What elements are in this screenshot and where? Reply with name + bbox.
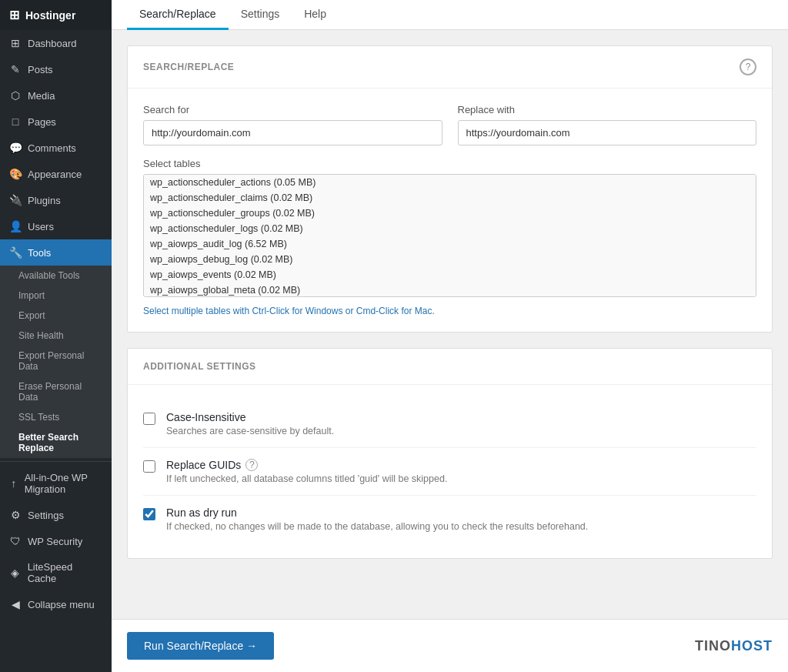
settings-row-case-insensitive: Case-Insensitive Searches are case-sensi…: [143, 400, 756, 448]
collapse-icon: ◀: [9, 598, 22, 610]
sidebar-item-settings[interactable]: ⚙ Settings: [0, 502, 112, 528]
sidebar-item-label: Plugins: [28, 195, 61, 206]
brand-logo: TINOHOST: [695, 638, 773, 654]
search-for-input[interactable]: [143, 120, 442, 145]
sidebar-item-label: Media: [28, 90, 55, 102]
tab-settings[interactable]: Settings: [229, 0, 292, 30]
litespeed-icon: ◈: [9, 567, 22, 579]
sidebar-item-label: Settings: [28, 510, 64, 521]
sidebar-item-pages[interactable]: □ Pages: [0, 109, 112, 135]
posts-icon: ✎: [9, 63, 22, 75]
settings-row-dry-run: Run as dry run If checked, no changes wi…: [143, 496, 756, 543]
sidebar-item-label: Users: [28, 221, 54, 232]
submenu-import[interactable]: Import: [0, 286, 112, 306]
sidebar-item-label: Comments: [28, 142, 76, 154]
brand-tino: TINO: [695, 638, 731, 654]
dry-run-title: Run as dry run: [166, 507, 588, 519]
tables-select[interactable]: wp_actionscheduler_actions (0.05 MB)wp_a…: [143, 174, 756, 297]
sidebar-item-media[interactable]: ⬡ Media: [0, 82, 112, 109]
replace-guids-desc: If left unchecked, all database columns …: [166, 473, 447, 484]
replace-guids-title: Replace GUIDs ?: [166, 459, 447, 471]
run-button-label: Run Search/Replace →: [144, 640, 257, 652]
sidebar-item-label: WP Security: [28, 536, 82, 547]
tools-submenu: Available Tools Import Export Site Healt…: [0, 266, 112, 458]
dry-run-desc: If checked, no changes will be made to t…: [166, 521, 588, 532]
case-insensitive-title: Case-Insensitive: [166, 411, 334, 423]
sidebar-item-collapse[interactable]: ◀ Collapse menu: [0, 591, 112, 617]
submenu-ssl-tests[interactable]: SSL Tests: [0, 407, 112, 427]
sidebar-brand[interactable]: ⊞ Hostinger: [0, 0, 112, 30]
sidebar-item-label: All-in-One WP Migration: [25, 472, 102, 495]
sidebar-item-comments[interactable]: 💬 Comments: [0, 135, 112, 161]
sidebar-item-appearance[interactable]: 🎨 Appearance: [0, 161, 112, 187]
additional-settings-card: ADDITIONAL SETTINGS Case-Insensitive Sea…: [127, 348, 773, 559]
sidebar-item-label: Tools: [28, 247, 51, 259]
case-insensitive-text: Case-Insensitive Searches are case-sensi…: [166, 411, 334, 436]
sidebar-item-label: Pages: [28, 116, 56, 128]
settings-row-replace-guids: Replace GUIDs ? If left unchecked, all d…: [143, 448, 756, 496]
replace-with-group: Replace with: [458, 104, 757, 145]
replace-with-input[interactable]: [458, 120, 757, 145]
submenu-export-personal-data[interactable]: Export Personal Data: [0, 346, 112, 376]
submenu-site-health[interactable]: Site Health: [0, 326, 112, 346]
users-icon: 👤: [9, 220, 22, 232]
hostinger-icon: ⊞: [9, 8, 19, 22]
comments-icon: 💬: [9, 142, 22, 154]
search-for-group: Search for: [143, 104, 442, 145]
search-replace-inputs: Search for Replace with: [143, 104, 756, 145]
dry-run-text: Run as dry run If checked, no changes wi…: [166, 507, 588, 532]
dry-run-checkbox[interactable]: [143, 508, 155, 520]
sidebar-item-plugins[interactable]: 🔌 Plugins: [0, 187, 112, 213]
search-replace-card: SEARCH/REPLACE ? Search for Replace with…: [127, 45, 773, 333]
tabs-bar: Search/Replace Settings Help: [112, 0, 788, 30]
sidebar-item-label: Dashboard: [28, 38, 77, 49]
replace-guids-checkbox[interactable]: [143, 460, 155, 473]
submenu-erase-personal-data[interactable]: Erase Personal Data: [0, 376, 112, 407]
sidebar-item-dashboard[interactable]: ⊞ Dashboard: [0, 30, 112, 56]
run-search-replace-button[interactable]: Run Search/Replace →: [127, 632, 274, 660]
search-for-label: Search for: [143, 104, 442, 115]
select-tables-label: Select tables: [143, 158, 756, 169]
sidebar: ⊞ Hostinger ⊞ Dashboard ✎ Posts ⬡ Media …: [0, 0, 112, 672]
help-icon[interactable]: ?: [740, 59, 756, 75]
sidebar-item-posts[interactable]: ✎ Posts: [0, 56, 112, 82]
search-replace-body: Search for Replace with Select tables wp…: [128, 89, 772, 332]
sidebar-item-all-in-one[interactable]: ↑ All-in-One WP Migration: [0, 465, 112, 502]
replace-guids-help-icon[interactable]: ?: [245, 459, 258, 471]
footer-bar: Run Search/Replace → TINOHOST: [112, 619, 788, 672]
submenu-better-search-replace[interactable]: Better Search Replace: [0, 427, 112, 458]
search-replace-header: SEARCH/REPLACE ?: [128, 46, 772, 89]
sidebar-item-users[interactable]: 👤 Users: [0, 213, 112, 239]
pages-icon: □: [9, 115, 22, 128]
search-replace-title: SEARCH/REPLACE: [143, 62, 234, 72]
additional-settings-title: ADDITIONAL SETTINGS: [143, 361, 256, 372]
wp-security-icon: 🛡: [9, 535, 22, 547]
content-area: SEARCH/REPLACE ? Search for Replace with…: [112, 30, 788, 619]
sidebar-item-litespeed[interactable]: ◈ LiteSpeed Cache: [0, 554, 112, 591]
replace-guids-text: Replace GUIDs ? If left unchecked, all d…: [166, 459, 447, 484]
media-icon: ⬡: [9, 89, 22, 102]
submenu-export[interactable]: Export: [0, 306, 112, 326]
tools-icon: 🔧: [9, 246, 22, 259]
replace-with-label: Replace with: [458, 104, 757, 115]
settings-icon: ⚙: [9, 509, 22, 521]
all-in-one-icon: ↑: [9, 477, 18, 490]
sidebar-item-label: Appearance: [28, 169, 82, 180]
main-content: Search/Replace Settings Help SEARCH/REPL…: [112, 0, 788, 672]
submenu-available-tools[interactable]: Available Tools: [0, 266, 112, 286]
case-insensitive-desc: Searches are case-sensitive by default.: [166, 426, 334, 436]
sidebar-item-wp-security[interactable]: 🛡 WP Security: [0, 528, 112, 554]
tab-help[interactable]: Help: [292, 0, 339, 30]
select-hint: Select multiple tables with Ctrl-Click f…: [143, 306, 756, 316]
dashboard-icon: ⊞: [9, 37, 22, 49]
tab-search-replace[interactable]: Search/Replace: [127, 0, 229, 30]
sidebar-brand-label: Hostinger: [25, 9, 75, 22]
additional-settings-body: Case-Insensitive Searches are case-sensi…: [128, 385, 772, 558]
appearance-icon: 🎨: [9, 168, 22, 180]
additional-settings-header: ADDITIONAL SETTINGS: [128, 349, 772, 385]
brand-host: HOST: [731, 638, 773, 654]
sidebar-item-label: Posts: [28, 64, 53, 75]
case-insensitive-checkbox[interactable]: [143, 413, 155, 425]
plugins-icon: 🔌: [9, 194, 22, 206]
sidebar-item-tools[interactable]: 🔧 Tools: [0, 239, 112, 266]
